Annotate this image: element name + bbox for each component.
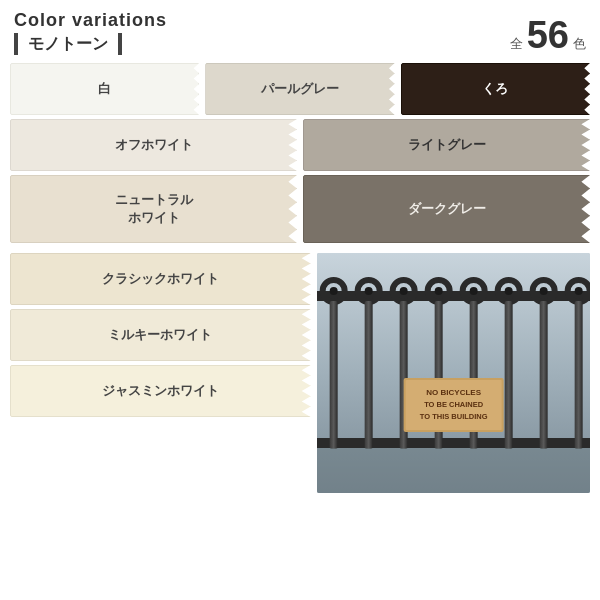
svg-point-10 — [434, 287, 442, 295]
chip-shiro: 白 — [10, 63, 199, 115]
svg-rect-20 — [364, 301, 372, 449]
bottom-section: クラシックホワイト ミルキーホワイト ジャスミンホワイト — [0, 249, 600, 497]
main-container: Color variations モノトーン 全 56 色 白 パールグレー く… — [0, 0, 600, 600]
header-left: Color variations モノトーン — [14, 10, 167, 55]
bottom-left-chips: クラシックホワイト ミルキーホワイト ジャスミンホワイト — [10, 253, 311, 493]
label-bar-right — [118, 33, 122, 55]
color-count: 56 — [527, 16, 569, 54]
svg-rect-25 — [539, 301, 547, 449]
svg-text:TO THIS BUILDING: TO THIS BUILDING — [419, 412, 487, 421]
svg-rect-26 — [574, 301, 582, 449]
chip-pearl-gray: パールグレー — [205, 63, 394, 115]
iro-label: 色 — [573, 35, 586, 53]
svg-text:TO BE CHAINED: TO BE CHAINED — [424, 400, 484, 409]
section-label-row: モノトーン — [14, 33, 167, 55]
chip-dark-gray: ダークグレー — [303, 175, 590, 243]
svg-point-12 — [469, 287, 477, 295]
chip-milky-white: ミルキーホワイト — [10, 309, 311, 361]
svg-text:NO BICYCLES: NO BICYCLES — [426, 388, 481, 397]
header-right: 全 56 色 — [510, 10, 586, 54]
svg-point-4 — [329, 287, 337, 295]
svg-point-14 — [504, 287, 512, 295]
svg-point-18 — [574, 287, 582, 295]
chip-kuro: くろ — [401, 63, 590, 115]
chip-light-gray: ライトグレー — [303, 119, 590, 171]
fence-photo-container: NO BICYCLES TO BE CHAINED TO THIS BUILDI… — [317, 253, 590, 493]
svg-point-8 — [399, 287, 407, 295]
svg-rect-2 — [317, 438, 590, 448]
chip-off-white: オフホワイト — [10, 119, 297, 171]
label-bar-left — [14, 33, 18, 55]
zen-label: 全 — [510, 35, 523, 53]
svg-rect-32 — [317, 448, 590, 493]
svg-rect-19 — [329, 301, 337, 449]
section-label: モノトーン — [22, 34, 114, 55]
chip-classic-white: クラシックホワイト — [10, 253, 311, 305]
svg-point-6 — [364, 287, 372, 295]
fence-svg: NO BICYCLES TO BE CHAINED TO THIS BUILDI… — [317, 253, 590, 493]
chip-jasmine-white: ジャスミンホワイト — [10, 365, 311, 417]
chip-neutral-white: ニュートラル ホワイト — [10, 175, 297, 243]
svg-point-16 — [539, 287, 547, 295]
header: Color variations モノトーン 全 56 色 — [0, 0, 600, 61]
svg-rect-24 — [504, 301, 512, 449]
page-title: Color variations — [14, 10, 167, 31]
fence-photo: NO BICYCLES TO BE CHAINED TO THIS BUILDI… — [317, 253, 590, 493]
